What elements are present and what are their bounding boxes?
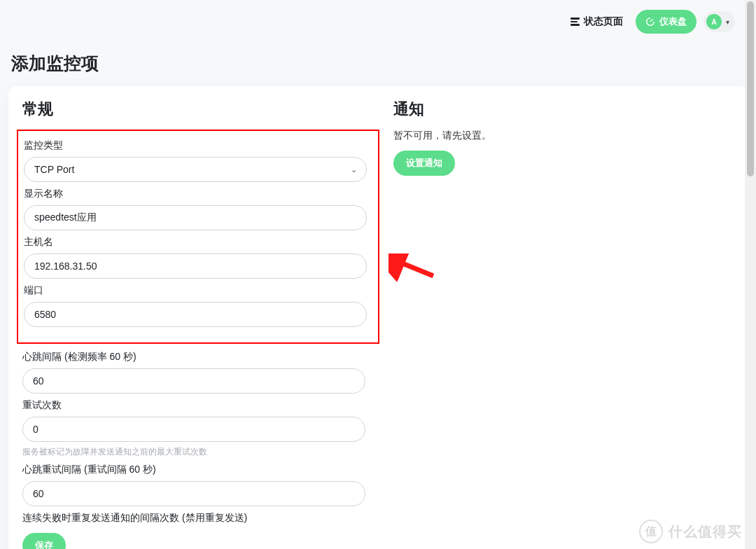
notification-title: 通知 [393,99,734,120]
display-name-label: 显示名称 [24,188,371,200]
setup-notification-button[interactable]: 设置通知 [393,151,455,176]
status-page-label: 状态页面 [584,15,623,28]
retries-label: 重试次数 [22,399,379,412]
monitor-type-select[interactable]: TCP Port [24,157,367,182]
general-column: 常规 监控类型 TCP Port ⌄ 显示名称 主机名 端口 [22,99,379,549]
heartbeat-interval-input[interactable] [22,368,365,394]
monitor-type-label: 监控类型 [24,139,371,152]
avatar: A [706,14,722,29]
highlight-annotation: 监控类型 TCP Port ⌄ 显示名称 主机名 端口 [17,130,379,344]
notification-empty: 暂不可用，请先设置。 [393,130,734,142]
heartbeat-retry-interval-label: 心跳重试间隔 (重试间隔 60 秒) [22,464,379,476]
retries-help: 服务被标记为故障并发送通知之前的最大重试次数 [22,446,379,458]
list-icon [570,18,580,26]
hostname-label: 主机名 [24,236,371,249]
watermark-badge: 值 [639,520,663,543]
general-title: 常规 [22,99,379,120]
hostname-input[interactable] [24,253,367,279]
port-label: 端口 [24,284,371,297]
page-title: 添加监控项 [0,34,756,86]
heartbeat-interval-label: 心跳间隔 (检测频率 60 秒) [22,351,379,363]
display-name-input[interactable] [24,205,367,230]
user-menu[interactable]: A ▾ [704,11,735,32]
dashboard-button[interactable]: 仪表盘 [636,10,696,34]
retries-input[interactable] [22,417,365,442]
form-card: 常规 监控类型 TCP Port ⌄ 显示名称 主机名 端口 [8,86,748,549]
watermark-text: 什么值得买 [668,522,742,541]
heartbeat-retry-interval-input[interactable] [22,481,365,506]
save-button[interactable]: 保存 [22,533,66,549]
resend-label: 连续失败时重复发送通知的间隔次数 (禁用重复发送) [22,512,379,524]
notification-column: 通知 暂不可用，请先设置。 设置通知 [393,99,734,549]
status-page-link[interactable]: 状态页面 [565,11,629,32]
gauge-icon [645,17,655,27]
dashboard-label: 仪表盘 [659,15,687,28]
port-input[interactable] [24,302,367,327]
scrollbar-thumb[interactable] [747,1,754,176]
chevron-down-icon: ▾ [726,18,729,26]
scrollbar-track[interactable] [745,0,756,549]
top-header: 状态页面 仪表盘 A ▾ [0,0,756,34]
watermark: 值 什么值得买 [639,520,742,543]
